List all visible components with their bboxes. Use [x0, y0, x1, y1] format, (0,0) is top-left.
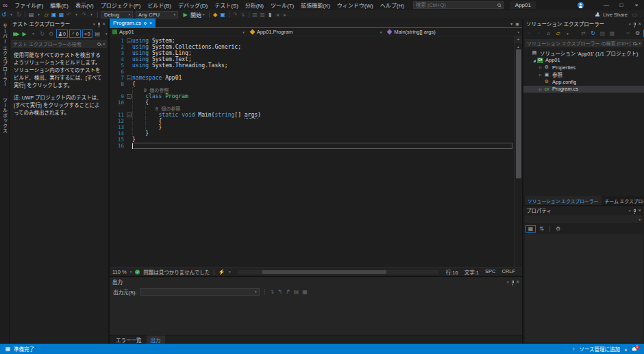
redo-icon[interactable]: ↷: [80, 11, 88, 19]
code-line[interactable]: 13 }: [110, 124, 514, 130]
tree-item[interactable]: ▤ソリューション 'App01' (1/1 プロジェクト): [523, 49, 644, 57]
bookmark-next-icon[interactable]: ▸: [282, 11, 289, 19]
code-line[interactable]: 9− class Program: [110, 93, 514, 99]
code-line[interactable]: 4using System.Text;: [110, 56, 514, 62]
editor-horizontal-scrollbar[interactable]: [238, 270, 438, 274]
refresh-icon[interactable]: ↻: [589, 30, 597, 37]
indent-indicator[interactable]: SPC: [485, 268, 495, 276]
save-all-icon[interactable]: ▦: [58, 11, 65, 19]
menu-item[interactable]: ビルド(B): [144, 0, 175, 10]
code-line[interactable]: 12 {: [110, 118, 514, 124]
window-menu-icon[interactable]: ▾: [507, 280, 509, 284]
bookmark-prev-icon[interactable]: ◂: [274, 11, 282, 19]
account-avatar[interactable]: [578, 2, 584, 8]
filter-failed-toggle[interactable]: × 0: [82, 30, 92, 38]
goto-prev-message-icon[interactable]: ↰: [277, 289, 282, 295]
quick-search-box[interactable]: [413, 1, 504, 9]
notifications-bell-icon[interactable]: [632, 346, 637, 352]
code-line[interactable]: 14 }: [110, 130, 514, 137]
tab-overflow-icon[interactable]: ▾: [510, 21, 512, 26]
add-to-source-control-button[interactable]: ソース管理に追加: [579, 345, 620, 353]
properties-grid[interactable]: [525, 234, 643, 342]
close-button[interactable]: ×: [629, 0, 644, 10]
start-debugging-button[interactable]: ▶ 開始 ▾: [179, 11, 207, 19]
codelens-row[interactable]: 0 個の参照: [110, 106, 514, 112]
tree-item[interactable]: ⚙App.config: [523, 78, 644, 86]
solution-configuration-dropdown[interactable]: Debug▾: [101, 11, 133, 19]
code-line[interactable]: 16: [110, 143, 514, 149]
feedback-icon[interactable]: ▭: [631, 11, 639, 19]
minimize-button[interactable]: —: [599, 0, 614, 10]
split-window-handle[interactable]: +: [515, 36, 522, 43]
sync-with-active-document-icon[interactable]: ⇄: [580, 30, 587, 37]
fold-collapse-icon[interactable]: −: [127, 113, 132, 117]
tree-item[interactable]: ◢C#App01: [523, 57, 644, 64]
redo-dropdown-icon[interactable]: ▾: [88, 11, 95, 19]
code-line[interactable]: 8{: [110, 81, 514, 87]
tree-item[interactable]: ▷⚙Properties: [523, 64, 644, 71]
solution-explorer-search-input[interactable]: [527, 41, 631, 46]
new-dropdown-icon[interactable]: ▾: [35, 11, 42, 19]
close-icon[interactable]: ×: [103, 21, 106, 27]
run-test-icon[interactable]: ▶: [21, 30, 28, 38]
pin-icon[interactable]: [512, 281, 514, 283]
undo-icon[interactable]: ↶: [65, 11, 73, 19]
collapse-all-icon[interactable]: ▤: [599, 30, 606, 37]
live-share-button[interactable]: Live Share: [603, 12, 628, 18]
menu-item[interactable]: ウィンドウ(W): [334, 0, 377, 10]
bookmark-icon[interactable]: ▮: [267, 11, 274, 19]
close-icon[interactable]: ×: [639, 21, 641, 27]
zoom-level-dropdown[interactable]: 110 %: [112, 269, 127, 275]
side-tab[interactable]: サーバー エクスプローラー: [1, 21, 8, 89]
navigate-forward-icon[interactable]: ↻: [15, 11, 23, 19]
tab-program-cs[interactable]: Program.cs ×: [110, 19, 156, 27]
find-in-files-icon[interactable]: ▥: [251, 11, 259, 19]
scrollbar-thumb[interactable]: [262, 270, 386, 274]
chevron-up-icon[interactable]: ▲: [624, 347, 628, 351]
close-icon[interactable]: ×: [517, 279, 519, 285]
pin-icon[interactable]: [634, 209, 636, 212]
pin-icon[interactable]: [634, 23, 636, 25]
close-icon[interactable]: ×: [639, 207, 641, 213]
show-all-files-icon[interactable]: ▦: [608, 30, 616, 37]
tree-expander-icon[interactable]: ▷: [538, 87, 543, 91]
properties-object-dropdown[interactable]: ▾: [525, 215, 643, 223]
codelens-row[interactable]: 0 個の参照: [110, 87, 514, 93]
navigate-back-dropdown-icon[interactable]: ▾: [8, 11, 15, 19]
step-into-icon[interactable]: ↴: [239, 11, 247, 19]
code-line[interactable]: 7−namespace App01: [110, 75, 514, 81]
menu-item[interactable]: プロジェクト(P): [97, 0, 145, 10]
menu-item[interactable]: 編集(E): [47, 0, 72, 10]
fold-collapse-icon[interactable]: −: [127, 75, 132, 80]
menu-item[interactable]: ツール(T): [267, 0, 297, 10]
side-tab[interactable]: ツールボックス: [1, 95, 8, 137]
switch-views-icon[interactable]: ▱: [554, 30, 562, 37]
clear-all-icon[interactable]: ▤: [294, 289, 299, 295]
output-content[interactable]: [110, 297, 522, 335]
editor-vertical-scrollbar[interactable]: + ▲: [514, 36, 522, 267]
code-cleanup-icon[interactable]: ⚡: [218, 268, 225, 276]
code-line[interactable]: 10 {: [110, 99, 514, 106]
cancel-run-icon[interactable]: ⚙: [47, 30, 55, 38]
window-menu-icon[interactable]: ▾: [629, 209, 631, 213]
menu-item[interactable]: 分析(N): [242, 0, 267, 10]
attach-process-icon[interactable]: ▣: [219, 11, 227, 19]
tree-item[interactable]: ▷▣参照: [523, 71, 644, 79]
run-all-tests-icon[interactable]: ▶▶: [12, 30, 19, 38]
window-menu-icon[interactable]: ▾: [93, 22, 95, 26]
navigate-back-icon[interactable]: ↺: [0, 11, 8, 19]
test-explorer-search-box[interactable]: ▾: [11, 40, 107, 48]
alphabetical-sort-icon[interactable]: ⇅: [538, 225, 545, 233]
code-line[interactable]: 1−using System;: [110, 38, 514, 44]
property-pages-icon[interactable]: ⚙: [554, 225, 562, 233]
quick-search-input[interactable]: [416, 2, 497, 8]
scrollbar-thumb[interactable]: [516, 49, 521, 178]
project-dropdown[interactable]: App01 ▾: [110, 28, 247, 36]
panel-tab[interactable]: チーム エクスプローラー: [602, 196, 644, 205]
code-line[interactable]: 3using System.Linq;: [110, 50, 514, 56]
fold-collapse-icon[interactable]: −: [127, 94, 132, 99]
tree-expander-icon[interactable]: ◢: [532, 58, 537, 62]
back-icon[interactable]: ◦: [525, 30, 533, 37]
menu-item[interactable]: 表示(V): [72, 0, 97, 10]
menu-item[interactable]: テスト(S): [211, 0, 242, 10]
